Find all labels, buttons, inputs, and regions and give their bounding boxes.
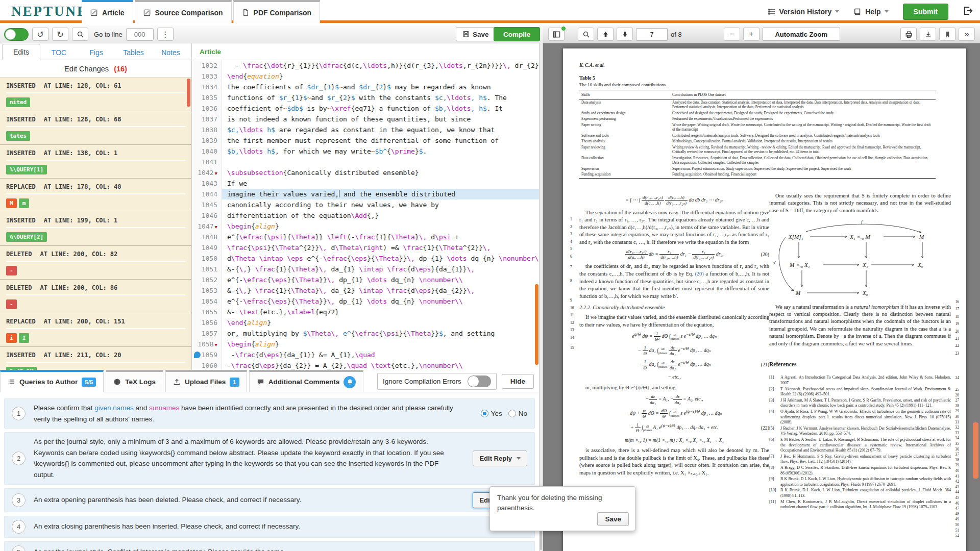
line-number[interactable]: 1048 bbox=[192, 232, 222, 242]
code-line[interactable]: 1059 -\frac{d\eps}{da_{1}} &= A_{1},\qua… bbox=[192, 349, 539, 360]
code-line-text[interactable]: &-{\,} \frac{1}{\Theta}\, da_{2} \intap … bbox=[222, 285, 539, 296]
pdf-next-page-button[interactable] bbox=[617, 28, 633, 41]
line-number[interactable]: 1044 bbox=[192, 189, 222, 199]
edit-change-item[interactable]: INSERTEDAT LINE: 128, COL: 68tates bbox=[0, 111, 191, 145]
code-line-text[interactable]: canonically according to their new value… bbox=[222, 199, 539, 210]
edit-change-item[interactable]: DELETEDAT LINE: 200, COL: 86- bbox=[0, 280, 191, 313]
code-line[interactable]: 1056\end{align} bbox=[192, 317, 539, 328]
line-number[interactable]: 1041 bbox=[192, 157, 222, 167]
code-line-text[interactable]: \frac{\psi}{\Theta^{2}}\, d\Theta\right)… bbox=[222, 242, 539, 253]
bottom-tab-upload-files[interactable]: Upload Files1 bbox=[165, 370, 247, 392]
code-line-text[interactable]: d\Theta \intap \eps e^{-\efrac{\eps}{\Th… bbox=[222, 253, 539, 264]
code-area[interactable]: 1032 - \frac{\dot{r}_{1}}{\dfrac{d(c,\ld… bbox=[192, 60, 539, 370]
code-line-text[interactable]: \subsubsection{Canonically distributed e… bbox=[222, 167, 539, 178]
search-button[interactable] bbox=[72, 28, 88, 41]
logout-button[interactable] bbox=[963, 6, 973, 18]
sidebar-tab-notes[interactable]: Notes bbox=[152, 45, 189, 60]
changes-scrollbar-thumb[interactable] bbox=[187, 79, 190, 107]
code-line-text[interactable]: the coefficients of $dr_{1}$~and $dr_{2}… bbox=[222, 82, 539, 92]
code-line[interactable]: 1055&- \text{etc.},\xlabel{eq72} bbox=[192, 307, 539, 317]
line-number[interactable]: 1053 bbox=[192, 285, 222, 296]
bottom-tab-tex-logs[interactable]: TeX Logs bbox=[106, 370, 163, 392]
pdf-scrollbar-thumb[interactable] bbox=[973, 422, 978, 479]
code-line-text[interactable]: e^{-\efrac{\eps}{\Theta}}\, dp_{1} \dots… bbox=[222, 274, 539, 285]
code-line[interactable]: 1057or, multiplying by $\Theta\, e^{\efr… bbox=[192, 328, 539, 339]
bottom-tab-queries-to-author[interactable]: Queries to Author5/5 bbox=[0, 370, 104, 392]
line-number[interactable]: 1059 bbox=[192, 349, 222, 360]
sidebar-tab-edits[interactable]: Edits bbox=[2, 44, 40, 60]
line-number[interactable]: 1040 bbox=[192, 146, 222, 157]
code-line[interactable]: 1035functions of $r_{1}$~and $r_{2}$ wit… bbox=[192, 92, 539, 103]
code-line-text[interactable]: &-{\,} \frac{1}{\Theta}\, da_{1} \intap … bbox=[222, 264, 539, 274]
line-number[interactable]: 1042▼ bbox=[192, 167, 222, 178]
code-line-text[interactable]: functions of $r_{1}$~and $r_{2}$ with th… bbox=[222, 92, 539, 103]
zoom-select[interactable]: Automatic Zoom bbox=[763, 28, 840, 41]
line-number[interactable]: 1038 bbox=[192, 124, 222, 135]
submit-button[interactable]: Submit bbox=[903, 4, 948, 20]
code-line-text[interactable] bbox=[222, 157, 539, 167]
hide-button[interactable]: Hide bbox=[502, 374, 534, 389]
code-line-text[interactable]: If we bbox=[222, 178, 539, 189]
undo-button[interactable]: ↺ bbox=[32, 28, 48, 41]
code-line[interactable]: 1045canonically according to their new v… bbox=[192, 199, 539, 210]
code-line-text[interactable]: coefficient of~$db$ is by~\xref{eq71} a … bbox=[222, 103, 539, 114]
code-line[interactable]: 1054e^{-\efrac{\eps}{\Theta}}\, dp_{1} \… bbox=[192, 296, 539, 307]
editor-more-button[interactable]: ⋮ bbox=[157, 28, 174, 41]
edit-change-item[interactable]: INSERTEDAT LINE: 211, COL: 203:45 PM bbox=[0, 347, 191, 370]
fold-arrow-icon[interactable]: ▼ bbox=[215, 224, 217, 230]
help-menu[interactable]: Help bbox=[853, 8, 888, 16]
compile-button[interactable]: Compile bbox=[494, 27, 540, 41]
pdf-search-button[interactable] bbox=[578, 28, 594, 41]
edit-change-item[interactable]: DELETEDAT LINE: 200, COL: 82- bbox=[0, 246, 191, 280]
line-number[interactable]: 1039 bbox=[192, 135, 222, 146]
line-number[interactable]: 1035 bbox=[192, 92, 222, 103]
code-line-text[interactable]: \begin{align} bbox=[222, 339, 539, 349]
code-line-text[interactable]: differentiation of the equation\Add{,} bbox=[222, 210, 539, 221]
code-line[interactable]: 1044imagine their values varied, and the… bbox=[192, 189, 539, 199]
pdf-bookmark-button[interactable] bbox=[939, 28, 955, 41]
line-number[interactable]: 1046 bbox=[192, 210, 222, 221]
pdf-prev-page-button[interactable] bbox=[597, 28, 614, 41]
code-line-text[interactable]: &- \text{etc.},\xlabel{eq72} bbox=[222, 307, 539, 317]
tab-article[interactable]: Article bbox=[82, 0, 133, 23]
code-line-text[interactable]: \end{align} bbox=[222, 317, 539, 328]
sidebar-tab-toc[interactable]: TOC bbox=[40, 45, 78, 60]
code-line-text[interactable]: - \frac{\dot{r}_{1}}{\dfrac{d(c,\ldots,h… bbox=[222, 60, 539, 71]
line-number[interactable]: 1052 bbox=[192, 274, 222, 285]
bottom-tab-additional-comments[interactable]: Additional Comments bbox=[249, 370, 364, 392]
code-line[interactable]: 1043If we bbox=[192, 178, 539, 189]
comment-marker-icon[interactable] bbox=[194, 352, 201, 358]
track-changes-toggle[interactable] bbox=[4, 28, 29, 41]
code-line-text[interactable]: e^{-\efrac{\eps}{\Theta}}\, dp_{1} \dots… bbox=[222, 296, 539, 307]
code-line[interactable]: 1033\end{equation} bbox=[192, 71, 539, 82]
sidebar-tab-figs[interactable]: Figs bbox=[78, 45, 115, 60]
code-line-text[interactable]: $b,\ldots h$, for which we may write~$b^… bbox=[222, 146, 539, 157]
radio-yes[interactable]: Yes bbox=[481, 410, 502, 417]
code-line[interactable]: 1048e^{\efrac{\psi}{\Theta}} \left(-\fra… bbox=[192, 232, 539, 242]
line-number[interactable]: 1032 bbox=[192, 60, 222, 71]
tab-source-comparison[interactable]: Source Comparison bbox=[135, 0, 232, 23]
code-line[interactable]: 1040$b,\ldots h$, for which we may write… bbox=[192, 146, 539, 157]
tab-pdf-comparison[interactable]: PDF Comparison bbox=[233, 0, 321, 23]
line-number[interactable]: 1050 bbox=[192, 253, 222, 264]
code-line-text[interactable]: the first member must represent the diff… bbox=[222, 135, 539, 146]
edit-change-item[interactable]: INSERTEDAT LINE: 199, COL: 1%\QUERY[2] bbox=[0, 212, 191, 246]
code-line[interactable]: 1060-\frac{d\eps}{da_{2}} = A_{2},\quad … bbox=[192, 360, 539, 370]
line-number[interactable]: 1049 bbox=[192, 242, 222, 253]
pdf-sidebar-toggle[interactable] bbox=[548, 28, 565, 41]
edit-change-item[interactable]: REPLACEDAT LINE: 178, COL: 48Mm bbox=[0, 179, 191, 212]
code-line[interactable]: 1046differentiation of the equation\Add{… bbox=[192, 210, 539, 221]
code-line[interactable]: 1042▼\subsubsection{Canonically distribu… bbox=[192, 167, 539, 178]
pdf-page-input[interactable] bbox=[636, 28, 668, 41]
code-line-text[interactable]: or, multiplying by $\Theta\, e^{\efrac{\… bbox=[222, 328, 539, 339]
save-button[interactable]: Save bbox=[456, 27, 496, 41]
code-line[interactable]: 1058▼\begin{align} bbox=[192, 339, 539, 349]
fold-arrow-icon[interactable]: ▼ bbox=[215, 342, 217, 347]
fold-arrow-icon[interactable]: ▼ bbox=[215, 171, 217, 176]
code-line-text[interactable]: \begin{align} bbox=[222, 221, 539, 232]
radio-no[interactable]: No bbox=[508, 410, 527, 417]
sidebar-tab-tables[interactable]: Tables bbox=[115, 45, 152, 60]
code-line-text[interactable]: -\frac{d\eps}{da_{2}} = A_{2},\quad \tex… bbox=[222, 360, 539, 370]
code-line-text[interactable]: \end{equation} bbox=[222, 71, 539, 82]
line-number[interactable]: 1036 bbox=[192, 103, 222, 114]
